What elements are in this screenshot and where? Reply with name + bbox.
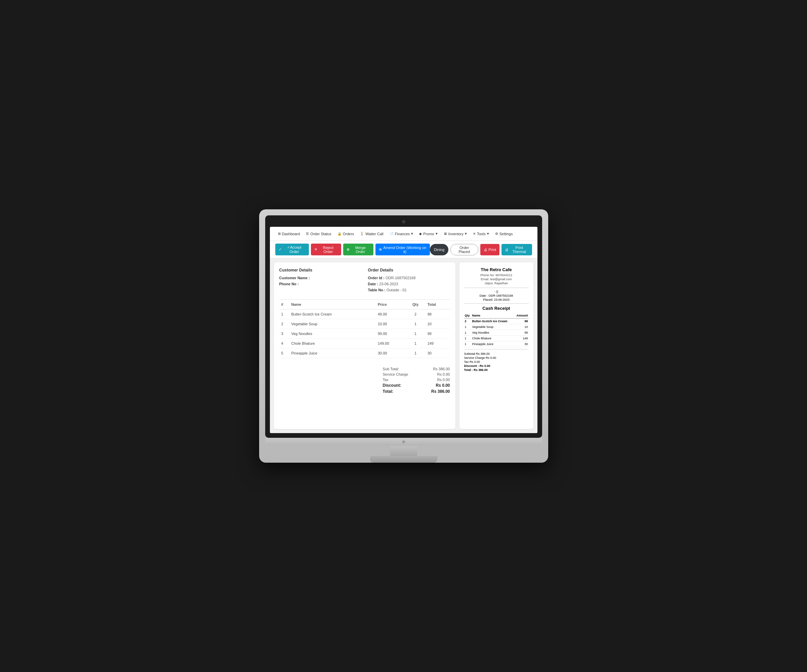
nav-waiter-call[interactable]: 🚶 Waiter Call	[357, 230, 386, 238]
nav-dashboard-label: Dashboard	[282, 232, 300, 236]
amend-order-button[interactable]: ⊕ Amend Order (Working on it)	[375, 244, 430, 256]
print-thermal-button[interactable]: 🖨 Print Thermal	[501, 244, 532, 256]
table-header: # Name Price Qty Total	[279, 300, 450, 309]
nav-inventory-label: Inventory	[448, 232, 463, 236]
nav-dashboard[interactable]: ⊞ Dashboard	[275, 230, 303, 238]
monitor: ⊞ Dashboard ☰ Order Status 🔒 Orders 🚶 Wa…	[259, 209, 548, 463]
accept-order-button[interactable]: ✓ ✓Accept Order	[275, 244, 309, 256]
cafe-phone: Phone No: 9876543212	[464, 274, 529, 277]
col-price: Price	[376, 300, 406, 309]
item-price: 49.00	[376, 309, 406, 319]
nav-tools[interactable]: ✕ Tools ▾	[470, 229, 492, 238]
toolbar: ✓ ✓Accept Order ✕ Reject Order ⊕ Merge O…	[270, 241, 538, 258]
finances-icon: 📄	[390, 232, 394, 236]
item-total: 98	[425, 309, 450, 319]
item-qty: 1	[406, 329, 425, 338]
print-label: Print	[489, 248, 496, 252]
receipt-separator: - ()	[464, 290, 529, 293]
reject-icon: ✕	[314, 247, 317, 252]
accept-icon: ✓	[279, 247, 282, 252]
merge-order-button[interactable]: ⊕ Merge Order	[343, 244, 374, 256]
receipt-discount: Discount - Rs 0.00	[464, 364, 529, 368]
print-button[interactable]: 🖨 Print	[480, 244, 500, 256]
r-amount: 10	[514, 324, 529, 330]
receipt-placed: Placed: 23-06-2023	[464, 298, 529, 301]
receipt-tax: Tax Rs 0.00	[464, 360, 529, 363]
dining-label: Dining	[434, 248, 444, 252]
order-placed-button[interactable]: Order Placed	[450, 244, 478, 256]
reject-order-button[interactable]: ✕ Reject Order	[311, 244, 341, 256]
nav-settings-label: Settings	[500, 232, 513, 236]
col-name: Name	[289, 300, 376, 309]
toolbar-left: ✓ ✓Accept Order ✕ Reject Order ⊕ Merge O…	[275, 244, 430, 256]
item-total: 149	[425, 338, 450, 348]
item-name: Chole Bhature	[289, 338, 376, 348]
totals-table: Sub Total: Rs 386.00 Service Charge Rs 0…	[383, 367, 450, 395]
customer-name-label: Customer Name :	[279, 276, 310, 280]
cafe-email: Email: test@gmail.com	[464, 277, 529, 281]
waiter-call-icon: 🚶	[360, 232, 364, 236]
tools-dropdown-icon: ▾	[487, 232, 489, 236]
receipt-subtotal: Subtotal Rs 386.00	[464, 352, 529, 355]
item-qty: 1	[406, 348, 425, 358]
nav-orders-label: Orders	[343, 232, 354, 236]
table-row-detail: Table No : Outside - 01	[368, 288, 450, 292]
monitor-power-button[interactable]	[402, 440, 405, 443]
table-row: 4 Chole Bhature 149.00 1 149	[279, 338, 450, 348]
totals-section: Sub Total: Rs 386.00 Service Charge Rs 0…	[279, 363, 450, 395]
item-name: Vegetable Soup	[289, 319, 376, 329]
item-qty: 1	[406, 319, 425, 329]
service-value: Rs 0.00	[437, 372, 450, 376]
r-qty: 1	[464, 330, 472, 336]
item-total: 30	[425, 348, 450, 358]
item-total: 99	[425, 329, 450, 338]
inventory-dropdown-icon: ▾	[465, 232, 467, 236]
customer-phone-label: Phone No :	[279, 282, 299, 286]
nav-promo-label: Promo	[423, 232, 434, 236]
customer-details-title: Customer Details	[279, 268, 361, 272]
orders-icon: 🔒	[337, 232, 342, 236]
nav-inventory[interactable]: 🖥 Inventory ▾	[441, 229, 470, 238]
subtotal-label: Sub Total:	[383, 367, 399, 371]
receipt-row: 1 Pineapple Juice 30	[464, 341, 529, 347]
total-value: Rs 386.00	[431, 389, 450, 394]
settings-icon: ⚙	[495, 232, 498, 236]
monitor-bottom-bezel	[265, 438, 542, 446]
receipt-row: 1 Vegetable Soup 10	[464, 324, 529, 330]
order-status-icon: ☰	[306, 232, 309, 236]
item-num: 1	[279, 309, 289, 319]
nav-promo[interactable]: ◆ Promo ▾	[417, 229, 440, 238]
receipt-totals: Subtotal Rs 386.00 Service Charge Rs 0.0…	[464, 352, 529, 372]
order-date-label: Date :	[368, 282, 379, 286]
receipt-total: Total - Rs 386.00	[464, 368, 529, 372]
receipt-row: 1 Chole Bhature 149	[464, 336, 529, 341]
nav-settings[interactable]: ⚙ Settings	[492, 230, 516, 238]
cafe-location: Jaipur, Rajasthan	[464, 282, 529, 285]
item-name: Veg Noodles	[289, 329, 376, 338]
r-name: Pineapple Juice	[471, 341, 513, 347]
col-total: Total	[425, 300, 450, 309]
dashboard-icon: ⊞	[278, 232, 281, 236]
nav-finances[interactable]: 📄 Finances ▾	[387, 229, 416, 238]
item-price: 99.00	[376, 329, 406, 338]
table-row: 1 Butter-Scotch Ice Cream 49.00 2 98	[279, 309, 450, 319]
discount-value: Rs 0.00	[436, 383, 450, 388]
finances-dropdown-icon: ▾	[411, 232, 413, 236]
item-total: 10	[425, 319, 450, 329]
nav-order-status[interactable]: ☰ Order Status	[303, 230, 334, 238]
items-tbody: 1 Butter-Scotch Ice Cream 49.00 2 98 2 V…	[279, 309, 450, 358]
order-date-row: Date : 23-06-2023	[368, 282, 450, 286]
nav-orders[interactable]: 🔒 Orders	[335, 230, 357, 238]
receipt-header: The Retro Cafe Phone No: 9876543212 Emai…	[464, 267, 529, 285]
dining-button[interactable]: Dining	[430, 244, 448, 256]
order-id-label: Order Id :	[368, 276, 386, 280]
print-thermal-label: Print Thermal	[510, 246, 528, 254]
col-qty: Qty	[406, 300, 425, 309]
total-row: Total: Rs 386.00	[383, 389, 450, 394]
receipt-divider-2	[464, 304, 529, 304]
tax-row: Tax Rs 0.00	[383, 378, 450, 382]
order-details-title: Order Details	[368, 268, 450, 272]
item-qty: 1	[406, 338, 425, 348]
r-qty: 1	[464, 324, 472, 330]
receipt-row: 1 Veg Noodles 99	[464, 330, 529, 336]
